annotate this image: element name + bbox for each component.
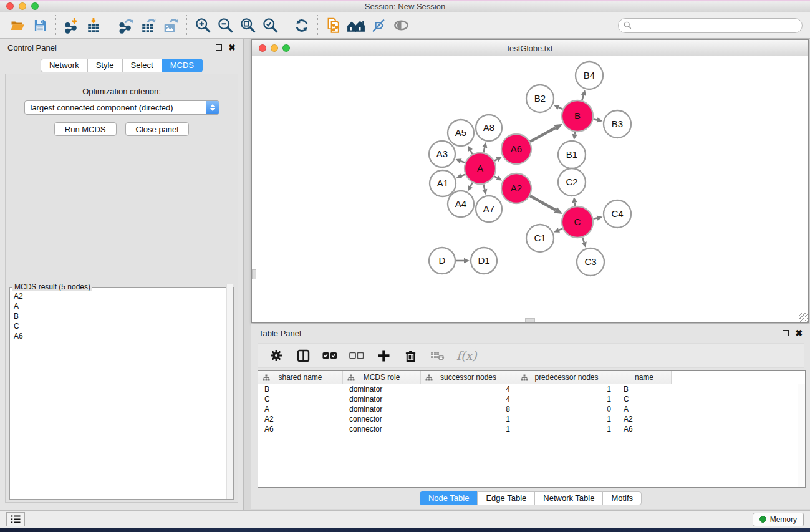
table-cell[interactable]: 1 — [516, 384, 617, 394]
tab-node-table[interactable]: Node Table — [420, 491, 478, 505]
table-row[interactable]: A2connector11A2 — [258, 414, 805, 424]
tab-select[interactable]: Select — [122, 59, 162, 72]
import-network-button[interactable] — [60, 14, 83, 37]
graph-node-A6[interactable]: A6 — [501, 134, 531, 164]
tab-mcds[interactable]: MCDS — [162, 59, 203, 72]
search-box[interactable] — [618, 18, 803, 33]
graph-node-C3[interactable]: C3 — [577, 248, 604, 276]
graph-node-B2[interactable]: B2 — [526, 85, 554, 112]
graph-edge-B-B4[interactable] — [582, 95, 583, 100]
table-cell[interactable]: 1 — [516, 394, 617, 404]
zoom-selected-button[interactable] — [259, 14, 281, 37]
canvas-horizontal-scroll-thumb[interactable] — [525, 318, 535, 322]
tab-network[interactable]: Network — [41, 59, 88, 72]
delete-column-button[interactable] — [403, 348, 418, 363]
table-cell[interactable]: A — [617, 404, 672, 414]
mcds-result-item[interactable]: A6 — [10, 331, 233, 341]
import-table-button[interactable] — [83, 14, 105, 37]
window-resize-grip[interactable] — [799, 313, 808, 322]
function-builder-button[interactable]: f(x) — [456, 349, 477, 362]
graph-edge-B-B2[interactable] — [559, 107, 563, 109]
graph-node-D1[interactable]: D1 — [471, 248, 497, 274]
table-row[interactable]: Adominator80A — [258, 404, 805, 414]
table-cell[interactable]: A2 — [258, 414, 343, 424]
table-cell[interactable]: B — [617, 384, 672, 394]
graph-node-A2[interactable]: A2 — [501, 173, 531, 203]
network-zoom-button[interactable] — [282, 44, 290, 52]
table-row[interactable]: Cdominator41C — [258, 394, 805, 404]
mcds-result-scrollbar[interactable] — [226, 284, 233, 499]
node-table[interactable]: shared name MCDS role successor nodes pr… — [258, 370, 806, 488]
table-cell[interactable]: C — [258, 394, 343, 404]
criterion-select[interactable]: largest connected component (directed) — [24, 100, 219, 115]
export-table-button[interactable] — [137, 14, 160, 37]
table-row[interactable]: A6connector11A6 — [258, 424, 805, 434]
graph-node-C4[interactable]: C4 — [604, 200, 631, 228]
show-panels-button[interactable] — [6, 512, 25, 526]
zoom-in-button[interactable] — [191, 14, 214, 37]
graph-node-C[interactable]: C — [562, 206, 593, 238]
table-cell[interactable]: A6 — [617, 424, 672, 434]
open-session-button[interactable] — [6, 14, 29, 37]
close-panel-icon[interactable]: ✖ — [228, 44, 236, 51]
table-cell[interactable]: 1 — [421, 424, 516, 434]
tab-network-table[interactable]: Network Table — [534, 491, 603, 505]
graph-node-D[interactable]: D — [429, 248, 455, 274]
graph-edge-B-B3[interactable] — [593, 119, 597, 120]
column-header-successor-nodes[interactable]: successor nodes — [421, 371, 516, 384]
mcds-result-item[interactable]: B — [10, 311, 233, 321]
graph-edge-A-A8[interactable] — [483, 147, 485, 152]
graph-node-B1[interactable]: B1 — [558, 141, 586, 168]
run-mcds-button[interactable]: Run MCDS — [54, 122, 117, 136]
graph-edge-C-C2[interactable] — [575, 203, 576, 206]
delete-table-button[interactable] — [430, 348, 445, 363]
table-cell[interactable]: 8 — [421, 404, 516, 414]
float-table-panel-icon[interactable] — [783, 330, 789, 336]
graph-node-A4[interactable]: A4 — [448, 191, 474, 217]
table-scrollbar[interactable] — [798, 384, 805, 487]
graph-edge-C-C3[interactable] — [582, 238, 584, 243]
graph-node-A7[interactable]: A7 — [476, 196, 502, 222]
table-settings-button[interactable] — [269, 348, 284, 363]
memory-button[interactable]: Memory — [753, 513, 804, 526]
graph-node-B3[interactable]: B3 — [604, 110, 631, 138]
zoom-fit-button[interactable] — [236, 14, 259, 37]
show-graphics-details-button[interactable] — [390, 14, 412, 37]
mcds-result-item[interactable]: A — [10, 301, 233, 311]
table-cell[interactable]: A6 — [258, 424, 343, 434]
column-header-predecessor-nodes[interactable]: predecessor nodes — [516, 371, 617, 384]
mcds-result-item[interactable]: C — [10, 321, 233, 331]
table-cell[interactable]: dominator — [343, 404, 421, 414]
table-cell[interactable]: dominator — [343, 384, 421, 394]
table-cell[interactable]: dominator — [343, 394, 421, 404]
graph-node-B[interactable]: B — [562, 100, 593, 132]
table-cell[interactable]: B — [258, 384, 343, 394]
table-cell[interactable]: 1 — [516, 424, 617, 434]
graph-edge-A2-C[interactable] — [530, 196, 556, 210]
table-cell[interactable]: 4 — [421, 384, 516, 394]
graph-edge-B-B1[interactable] — [575, 132, 576, 135]
network-canvas[interactable]: B4B2BB3A5A8A6A3B1AA1C2A2A4A7CC4C1C3DD1 — [252, 56, 808, 322]
column-header-name[interactable]: name — [617, 371, 672, 384]
table-cell[interactable]: connector — [343, 424, 421, 434]
tab-style[interactable]: Style — [87, 59, 123, 72]
graph-node-A1[interactable]: A1 — [430, 170, 456, 196]
graph-node-A5[interactable]: A5 — [448, 120, 474, 146]
export-image-button[interactable] — [160, 14, 182, 37]
canvas-vertical-scroll-thumb[interactable] — [252, 269, 256, 279]
graph-edge-A-A3[interactable] — [461, 161, 465, 163]
graph-edge-A-A6[interactable] — [494, 159, 497, 160]
graph-edge-A-A4[interactable] — [470, 183, 472, 186]
graph-node-B4[interactable]: B4 — [576, 62, 603, 89]
graph-node-A3[interactable]: A3 — [429, 141, 455, 167]
close-panel-button[interactable]: Close panel — [125, 122, 190, 136]
graph-node-C2[interactable]: C2 — [558, 168, 586, 196]
add-column-button[interactable] — [376, 348, 391, 363]
mcds-result-item[interactable]: A2 — [10, 291, 233, 301]
close-table-panel-icon[interactable]: ✖ — [795, 330, 803, 336]
tab-motifs[interactable]: Motifs — [602, 491, 642, 505]
column-header-shared-name[interactable]: shared name — [258, 371, 343, 384]
graph-node-A[interactable]: A — [465, 153, 496, 184]
table-cell[interactable]: 4 — [421, 394, 516, 404]
export-network-button[interactable] — [115, 14, 137, 37]
